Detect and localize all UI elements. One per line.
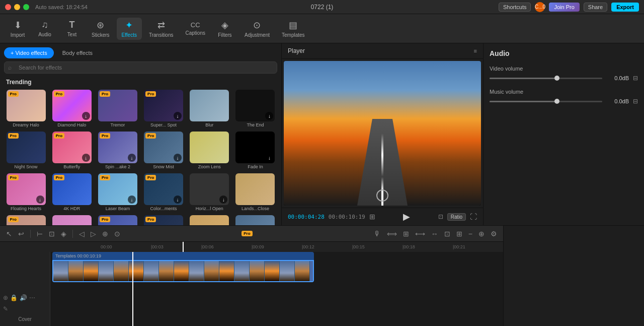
- video-volume-slider[interactable]: [490, 78, 602, 79]
- play-button[interactable]: ▶: [403, 211, 410, 222]
- video-volume-expand-icon[interactable]: ⊟: [633, 75, 638, 82]
- music-volume-slider[interactable]: [490, 101, 602, 102]
- speed-button[interactable]: ⊙: [112, 229, 122, 239]
- effect-4khdr[interactable]: Pro 4K HDR: [50, 172, 94, 212]
- timeline-tool6[interactable]: ⊞: [454, 229, 464, 239]
- effect-row4f[interactable]: [233, 214, 277, 225]
- join-pro-button[interactable]: Join Pro: [549, 3, 579, 12]
- ruler-mark-3: |00:03: [151, 244, 201, 249]
- toolbar-captions[interactable]: CC Captions: [181, 19, 210, 38]
- toolbar-audio[interactable]: ♫ Audio: [32, 18, 57, 39]
- more-track-button[interactable]: ⋯: [29, 294, 35, 301]
- detach-button[interactable]: ◈: [59, 229, 68, 239]
- effect-row4e[interactable]: [188, 214, 231, 225]
- search-input[interactable]: [4, 61, 277, 74]
- tab-video-effects[interactable]: + Video effects: [4, 47, 54, 58]
- undo-button[interactable]: ↩: [16, 229, 26, 239]
- effect-dreamy-halo[interactable]: Pro Dreamy Halo: [4, 89, 48, 128]
- search-wrapper: ⌕: [4, 61, 277, 74]
- effect-color-mix[interactable]: Pro ↓ Color...ments: [141, 172, 185, 212]
- delete-button[interactable]: ⊡: [47, 229, 57, 239]
- effect-thumb-dreamy: Pro: [7, 90, 46, 121]
- effect-blur[interactable]: Blur: [188, 89, 231, 128]
- track-edit-icon: ✎: [0, 303, 50, 314]
- close-button[interactable]: [5, 4, 11, 10]
- timeline-tool5[interactable]: ⊡: [442, 229, 452, 239]
- video-clip-filmstrip[interactable]: Hide: [52, 260, 314, 282]
- toolbar-text[interactable]: T Text: [59, 18, 85, 39]
- profile-button[interactable]: C...0: [535, 2, 545, 12]
- video-volume-slider-row: 0.0dB ⊟: [490, 75, 638, 82]
- effect-row4d[interactable]: Pro: [141, 214, 185, 225]
- toolbar-import[interactable]: ⬇ Import: [5, 18, 30, 40]
- effect-horiz-open[interactable]: ↓ Horiz...l Open: [188, 172, 231, 212]
- toolbar-filters[interactable]: ◈ Filters: [212, 18, 237, 40]
- edit-track-button[interactable]: ✎: [3, 305, 8, 312]
- timeline-tool1[interactable]: ⟺: [385, 229, 399, 239]
- effect-name-colormix: Color...ments: [144, 206, 183, 211]
- video-volume-thumb[interactable]: [554, 76, 559, 81]
- zoom-out-button[interactable]: −: [466, 229, 474, 239]
- lock-track-button[interactable]: 🔒: [10, 294, 18, 301]
- volume-track-button[interactable]: 🔊: [20, 294, 27, 301]
- search-icon: ⌕: [8, 64, 12, 71]
- minimize-button[interactable]: [14, 4, 20, 10]
- effect-tremor[interactable]: Pro Tremor: [96, 89, 139, 128]
- mic-button[interactable]: 🎙: [372, 229, 383, 239]
- video-volume-fill: [490, 78, 557, 79]
- effect-floating-hearts[interactable]: Pro ↓ Floating Hearts: [4, 172, 48, 212]
- effect-row4b[interactable]: [50, 214, 94, 225]
- timeline-ruler: 00:00 |00:03 |00:06 |00:09 |00:12 |00:15…: [0, 242, 503, 252]
- effect-spin[interactable]: Pro ↓ Spin ...ake 2: [96, 131, 139, 170]
- stickers-label: Stickers: [92, 32, 110, 38]
- toolbar-adjustment[interactable]: ⊙ Adjustment: [239, 18, 275, 40]
- share-button[interactable]: Share: [584, 3, 607, 12]
- effect-thumb-theend: ↓: [235, 90, 275, 121]
- toolbar-stickers[interactable]: ⊛ Stickers: [87, 18, 115, 40]
- export-button[interactable]: Export: [611, 3, 639, 12]
- effect-row4c[interactable]: Pro: [96, 214, 139, 225]
- effects-tabs: + Video effects Body effects: [0, 43, 281, 58]
- effect-lands-close[interactable]: Lands...Close: [233, 172, 277, 212]
- add-marker-button[interactable]: ⊕: [100, 229, 110, 239]
- effect-fade-in[interactable]: ↓ Fade In: [233, 131, 277, 170]
- timeline-tool4[interactable]: ↔: [429, 229, 440, 239]
- ruler-mark-15: |00:15: [352, 244, 403, 249]
- toolbar-transitions[interactable]: ⇄ Transitions: [144, 18, 179, 40]
- effect-diamond-halo[interactable]: Pro ↓ Diamond Halo: [50, 89, 94, 128]
- effect-butterfly[interactable]: Pro ↓ Butterfly: [50, 131, 94, 170]
- tab-body-effects[interactable]: Body effects: [56, 47, 99, 58]
- maximize-button[interactable]: [23, 4, 29, 10]
- split-button[interactable]: ⊢: [35, 229, 45, 239]
- music-volume-thumb[interactable]: [554, 99, 559, 104]
- shortcuts-button[interactable]: Shortcuts: [499, 3, 531, 12]
- timeline-tool3[interactable]: ⟷: [413, 229, 427, 239]
- toolbar-templates[interactable]: ▤ Templates: [277, 18, 310, 40]
- fullscreen-button[interactable]: ⛶: [470, 213, 477, 221]
- prev-frame-button[interactable]: ◁: [77, 229, 87, 239]
- effect-night-snow[interactable]: Pro Night Snow: [4, 131, 48, 170]
- cursor-tool-button[interactable]: ↖: [4, 229, 14, 239]
- music-volume-expand-icon[interactable]: ⊟: [633, 98, 638, 105]
- timeline-tool2[interactable]: ⊞: [401, 229, 411, 239]
- effect-name-horizopen: Horiz...l Open: [190, 206, 229, 211]
- effect-super-spot[interactable]: Pro ↓ Super... Spot: [141, 89, 185, 128]
- ratio-badge[interactable]: Ratio: [447, 213, 466, 221]
- player-menu-icon[interactable]: ≡: [474, 48, 477, 54]
- effect-snow-mist[interactable]: Pro ↓ Snow Mist: [141, 131, 185, 170]
- effect-row4a[interactable]: Pro: [4, 214, 48, 225]
- zoom-in-button[interactable]: ⊕: [476, 229, 487, 239]
- video-volume-row: Video volume 0.0dB ⊟: [490, 66, 638, 82]
- settings-button[interactable]: ⚙: [489, 229, 499, 239]
- effect-laser-beam[interactable]: Pro ↓ Laser Beam: [96, 172, 139, 212]
- grid-icon[interactable]: ⊞: [369, 213, 375, 221]
- effects-grid: Pro Dreamy Halo Pro ↓ Diamond Halo Pro T…: [0, 89, 281, 225]
- effect-name-nightsnow: Night Snow: [7, 164, 46, 169]
- aspect-ratio-icon[interactable]: ⊡: [438, 213, 443, 220]
- add-track-button[interactable]: ⊕: [3, 294, 8, 301]
- next-frame-button[interactable]: ▷: [89, 229, 98, 239]
- effect-zoom-lens[interactable]: Zoom Lens: [188, 131, 231, 170]
- toolbar-effects[interactable]: ✦ Effects: [117, 18, 142, 40]
- ruler-mark-9: |00:09: [252, 244, 302, 249]
- effect-the-end[interactable]: ↓ The End: [233, 89, 277, 128]
